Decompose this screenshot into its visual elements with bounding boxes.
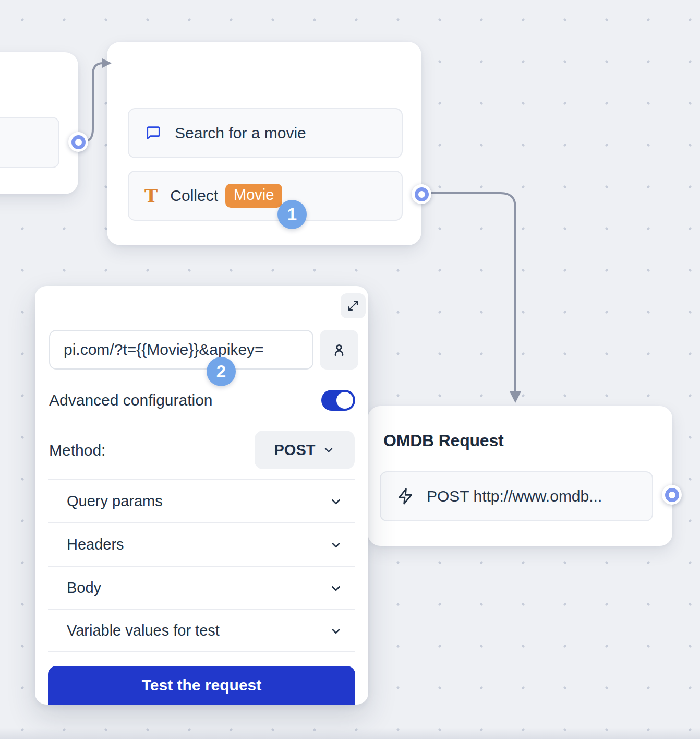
block-collect-movie[interactable]: T Collect Movie	[128, 171, 403, 221]
accordion-sections: Query params Headers Body Variable value…	[48, 479, 355, 652]
expand-button[interactable]	[341, 293, 366, 318]
node-partial-left[interactable]	[0, 52, 78, 194]
test-request-button[interactable]: Test the request	[48, 666, 355, 705]
section-body[interactable]: Body	[48, 566, 355, 609]
connection-port-out-omdb[interactable]	[662, 485, 682, 505]
method-value: POST	[274, 442, 316, 459]
chevron-down-icon	[329, 581, 343, 595]
section-label: Headers	[67, 536, 124, 553]
variable-badge: Movie	[225, 184, 282, 208]
url-input[interactable]	[49, 330, 313, 370]
advanced-configuration-toggle[interactable]	[321, 390, 355, 411]
chevron-down-icon	[329, 495, 343, 508]
webhook-config-panel[interactable]: Advanced configuration Method: POST Quer…	[35, 286, 368, 705]
node-partial-item[interactable]	[0, 117, 59, 168]
zap-icon	[396, 487, 414, 505]
block-label: Collect	[170, 187, 218, 205]
node-title: OMDB Request	[383, 431, 504, 450]
chevron-down-icon	[322, 444, 335, 456]
section-label: Body	[67, 579, 101, 597]
text-collect-icon: T	[144, 187, 158, 205]
section-headers[interactable]: Headers	[48, 522, 355, 566]
node-movie-search[interactable]: Movie search Search for a movie T Collec…	[107, 42, 421, 245]
step-badge-2: 2	[207, 357, 236, 386]
section-label: Variable values for test	[67, 622, 220, 639]
advanced-configuration-label: Advanced configuration	[49, 390, 213, 411]
user-icon	[331, 341, 347, 358]
section-query-params[interactable]: Query params	[48, 479, 355, 522]
flow-canvas[interactable]: Movie search Search for a movie T Collec…	[0, 0, 700, 739]
bottom-fade	[0, 728, 700, 739]
chevron-down-icon	[329, 538, 343, 552]
connection-port-out-left-node[interactable]	[68, 132, 88, 152]
block-search-for-a-movie[interactable]: Search for a movie	[128, 108, 403, 158]
node-omdb-request[interactable]: OMDB Request POST http://www.omdb...	[368, 406, 672, 546]
insert-variable-button[interactable]	[320, 330, 358, 370]
method-label: Method:	[49, 440, 105, 461]
method-dropdown[interactable]: POST	[255, 431, 355, 469]
block-webhook-request[interactable]: POST http://www.omdb...	[380, 471, 653, 521]
expand-icon	[347, 300, 359, 312]
chat-bubble-icon	[144, 124, 162, 142]
chevron-down-icon	[329, 624, 343, 638]
section-label: Query params	[67, 493, 163, 510]
toggle-knob	[336, 392, 353, 409]
block-label: Search for a movie	[175, 124, 306, 142]
connection-port-out-movie-search[interactable]	[412, 184, 431, 204]
section-variable-values[interactable]: Variable values for test	[48, 609, 355, 652]
step-badge-1: 1	[277, 200, 307, 229]
block-label: POST http://www.omdb...	[427, 487, 602, 505]
